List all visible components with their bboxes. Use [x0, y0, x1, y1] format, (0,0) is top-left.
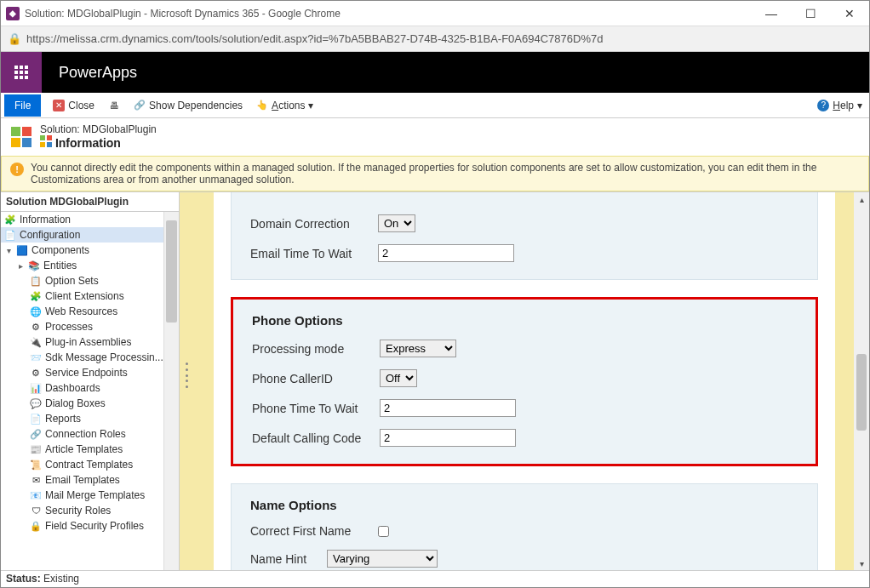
scroll-up-arrow[interactable]: ▴	[854, 192, 869, 206]
svg-rect-4	[40, 135, 45, 140]
name-hint-select[interactable]: Varying	[327, 550, 438, 568]
dependencies-icon: 🔗	[134, 100, 146, 111]
help-icon: ?	[817, 100, 829, 111]
managed-solution-warning: ! You cannot directly edit the component…	[1, 156, 869, 191]
actions-menu-button[interactable]: 👆 Actions ▾	[249, 93, 320, 118]
nav-title: Solution MDGlobalPlugin	[1, 192, 179, 212]
solution-nav-tree: 🧩Information 📄Configuration ▾🟦Components…	[1, 212, 179, 534]
nav-information[interactable]: 🧩Information	[1, 212, 179, 227]
nav-service-endpoints[interactable]: ⚙Service Endpoints	[1, 365, 179, 380]
expand-icon[interactable]: ▸	[16, 261, 25, 271]
name-options-heading: Name Options	[250, 498, 798, 512]
help-label: Help	[833, 100, 854, 111]
sdk-icon: 📨	[30, 351, 42, 363]
nav-processes[interactable]: ⚙Processes	[1, 319, 179, 334]
nav-connection-roles[interactable]: 🔗Connection Roles	[1, 426, 179, 442]
status-bar: Status: Existing	[1, 570, 869, 587]
article-tmpl-icon: 📰	[30, 443, 42, 455]
nav-contract-templates[interactable]: 📜Contract Templates	[1, 457, 179, 472]
correct-first-name-label: Correct First Name	[250, 524, 378, 538]
svg-rect-0	[11, 127, 20, 136]
window-maximize-button[interactable]: ☐	[791, 1, 830, 26]
page-title: Information	[40, 135, 157, 151]
nav-article-templates[interactable]: 📰Article Templates	[1, 442, 179, 457]
main-scrollbar[interactable]: ▴ ▾	[854, 192, 869, 570]
nav-web-resources[interactable]: 🌐Web Resources	[1, 304, 179, 319]
processes-icon: ⚙	[30, 321, 42, 333]
email-wait-input[interactable]	[378, 244, 514, 262]
svg-rect-3	[22, 138, 31, 147]
nav-email-templates[interactable]: ✉Email Templates	[1, 472, 179, 488]
solution-name: Solution: MDGlobalPlugin	[40, 123, 157, 135]
puzzle-icon: 🧩	[4, 214, 16, 225]
main-scrollbar-thumb[interactable]	[856, 354, 867, 431]
plugin-icon: 🔌	[30, 336, 42, 348]
form-pane: Processing Mode Express Domain Correctio…	[214, 192, 835, 570]
main-content: Processing Mode Express Domain Correctio…	[180, 192, 869, 570]
scroll-down-arrow[interactable]: ▾	[854, 557, 869, 570]
app-launcher-button[interactable]	[1, 52, 42, 93]
default-calling-code-label: Default Calling Code	[252, 431, 380, 445]
window-minimize-button[interactable]: ―	[752, 1, 791, 26]
nav-scrollbar[interactable]	[163, 212, 179, 570]
field-sec-icon: 🔒	[30, 520, 42, 532]
chevron-down-icon: ▾	[857, 100, 862, 111]
name-hint-label: Name Hint	[250, 552, 327, 566]
nav-dashboards[interactable]: 📊Dashboards	[1, 380, 179, 396]
phone-processing-mode-select[interactable]: Express	[380, 340, 456, 357]
show-dependencies-button[interactable]: 🔗 Show Dependencies	[127, 93, 249, 118]
conn-roles-icon: 🔗	[30, 428, 42, 440]
entities-icon: 📚	[28, 260, 40, 271]
scrollbar-thumb[interactable]	[166, 220, 177, 323]
nav-plugin-assemblies[interactable]: 🔌Plug-in Assemblies	[1, 334, 179, 350]
warning-text: You cannot directly edit the components …	[31, 162, 860, 186]
phone-callerid-select[interactable]: Off	[380, 369, 417, 387]
splitter-grip[interactable]	[186, 363, 190, 388]
nav-entities[interactable]: ▸📚Entities	[1, 258, 179, 273]
window-title: Solution: MDGlobalPlugin - Microsoft Dyn…	[25, 8, 752, 20]
solution-header: Solution: MDGlobalPlugin Information	[1, 118, 869, 156]
show-deps-label: Show Dependencies	[149, 100, 243, 111]
collapse-icon[interactable]: ▾	[4, 246, 13, 255]
email-wait-label: Email Time To Wait	[250, 247, 378, 260]
actions-icon: 👆	[256, 100, 268, 111]
file-menu-button[interactable]: File	[4, 94, 41, 117]
window-close-button[interactable]: ✕	[830, 1, 869, 26]
config-icon: 📄	[4, 229, 16, 241]
window-titlebar: ◆ Solution: MDGlobalPlugin - Microsoft D…	[1, 1, 869, 26]
svg-rect-1	[22, 127, 31, 136]
nav-security-roles[interactable]: 🛡Security Roles	[1, 503, 179, 518]
solution-puzzle-icon	[9, 125, 33, 149]
svg-rect-5	[47, 135, 52, 140]
nav-configuration[interactable]: 📄Configuration	[1, 227, 179, 243]
phone-callerid-label: Phone CallerID	[252, 372, 380, 385]
nav-client-extensions[interactable]: 🧩Client Extensions	[1, 288, 179, 304]
nav-mailmerge-templates[interactable]: 📧Mail Merge Templates	[1, 488, 179, 503]
phone-options-heading: Phone Options	[252, 313, 797, 328]
close-button[interactable]: ✕ Close	[46, 93, 101, 118]
default-calling-code-input[interactable]	[380, 429, 516, 447]
address-bar: 🔒 https://melissa.crm.dynamics.com/tools…	[1, 26, 869, 52]
endpoints-icon: ⚙	[30, 367, 42, 379]
waffle-icon	[14, 66, 28, 79]
contract-tmpl-icon: 📜	[30, 459, 42, 471]
nav-sdk-message[interactable]: 📨Sdk Message Processin...	[1, 350, 179, 365]
nav-dialog-boxes[interactable]: 💬Dialog Boxes	[1, 396, 179, 411]
close-icon: ✕	[53, 100, 65, 111]
nav-components[interactable]: ▾🟦Components	[1, 243, 179, 258]
phone-wait-input[interactable]	[380, 399, 516, 417]
url-text[interactable]: https://melissa.crm.dynamics.com/tools/s…	[26, 32, 603, 45]
nav-option-sets[interactable]: 📋Option Sets	[1, 273, 179, 288]
warning-icon: !	[10, 163, 24, 176]
email-tmpl-icon: ✉	[30, 474, 42, 486]
nav-reports[interactable]: 📄Reports	[1, 411, 179, 426]
save-publish-icon: 🖶	[108, 100, 120, 111]
correct-first-name-checkbox[interactable]	[378, 526, 389, 537]
nav-field-security[interactable]: 🔒Field Security Profiles	[1, 518, 179, 534]
domain-correction-select[interactable]: On	[378, 214, 415, 232]
help-button[interactable]: ? Help ▾	[817, 100, 862, 111]
save-publish-button[interactable]: 🖶	[101, 93, 127, 118]
option-sets-icon: 📋	[30, 275, 42, 287]
phone-wait-label: Phone Time To Wait	[252, 402, 380, 415]
mailmerge-icon: 📧	[30, 489, 42, 501]
